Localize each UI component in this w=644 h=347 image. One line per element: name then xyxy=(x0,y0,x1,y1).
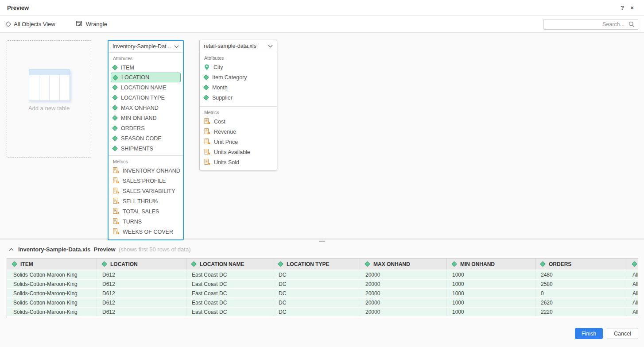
cell: East Coast DC xyxy=(186,270,273,279)
chevron-down-icon xyxy=(268,45,273,48)
attribute-item[interactable]: ORDERS xyxy=(109,123,183,133)
all-objects-view-label: All Objects View xyxy=(14,21,55,27)
cell: 20000 xyxy=(360,308,447,316)
attribute-icon xyxy=(203,74,209,80)
metric-item[interactable]: Cost xyxy=(200,116,277,127)
wrangle-label: Wrangle xyxy=(86,21,107,27)
metric-label: Units Available xyxy=(214,149,250,155)
column-header[interactable]: ORDERS xyxy=(535,258,627,270)
preview-header: Inventory-Sample-Data.xls Preview (shows… xyxy=(0,242,644,253)
table-row: Solids-Cotton-Maroon-KingD612East Coast … xyxy=(7,308,638,316)
dataset-dropdown-inventory[interactable]: Inventory-Sample-Dat... xyxy=(109,41,183,53)
metric-item[interactable]: WEEKS OF COVER xyxy=(109,227,183,237)
metrics-section-label: Metrics xyxy=(200,107,277,116)
metric-icon xyxy=(113,167,119,174)
cell: All xyxy=(627,289,638,297)
attribute-item[interactable]: LOCATION NAME xyxy=(109,82,183,93)
chevron-up-icon[interactable] xyxy=(9,248,14,251)
add-new-table-dropzone[interactable]: Add a new table xyxy=(7,40,91,158)
attribute-item[interactable]: SEASON CODE xyxy=(109,133,183,143)
attribute-item[interactable]: Item Category xyxy=(200,72,277,82)
cell: 1000 xyxy=(447,298,535,307)
metric-item[interactable]: Units Available xyxy=(200,147,277,157)
cell: 1000 xyxy=(447,270,535,279)
metric-label: WEEKS OF COVER xyxy=(123,229,173,235)
metric-label: SALES VARIABILITY xyxy=(123,188,175,194)
column-header[interactable] xyxy=(627,258,638,270)
attribute-icon xyxy=(203,95,209,100)
metrics-list: Metrics Cost Revenue Unit Price Units Av… xyxy=(200,107,277,170)
cell: 2580 xyxy=(535,280,627,288)
attribute-item[interactable]: Supplier xyxy=(200,93,277,103)
cell: All xyxy=(627,298,638,307)
dataset-panel-inventory: Inventory-Sample-Dat... Attributes ITEM … xyxy=(108,40,184,240)
attribute-icon xyxy=(203,85,209,90)
attribute-item[interactable]: SHIPMENTS xyxy=(109,143,183,154)
table-row: Solids-Cotton-Maroon-KingD612East Coast … xyxy=(7,289,638,297)
attribute-label: ORDERS xyxy=(121,125,144,131)
column-header[interactable]: LOCATION NAME xyxy=(186,258,273,270)
metric-item[interactable]: SELL THRU% xyxy=(109,196,183,206)
metric-item[interactable]: SALES PROFILE xyxy=(109,176,183,186)
attribute-icon xyxy=(112,95,118,100)
cell: All xyxy=(627,280,638,288)
attribute-label: ITEM xyxy=(121,65,134,71)
attribute-item[interactable]: ITEM xyxy=(109,62,183,73)
metric-item[interactable]: Units Sold xyxy=(200,157,277,167)
attribute-item-selected[interactable]: LOCATION xyxy=(111,73,181,82)
metric-item[interactable]: TOTAL SALES xyxy=(109,206,183,216)
add-table-label: Add a new table xyxy=(7,105,91,112)
page-title: Preview xyxy=(7,4,29,11)
metric-item[interactable]: SALES VARIABILITY xyxy=(109,186,183,196)
attributes-list: Attributes ITEM LOCATION LOCATION NAME L… xyxy=(109,53,183,155)
cell: D612 xyxy=(97,270,186,279)
search-input[interactable] xyxy=(543,19,638,30)
cell: 2620 xyxy=(535,298,627,307)
column-header[interactable]: MIN ONHAND xyxy=(447,258,535,270)
table-icon xyxy=(29,69,70,101)
column-header[interactable]: ITEM xyxy=(7,258,97,270)
column-header[interactable]: MAX ONHAND xyxy=(360,258,447,270)
wrangle-button[interactable]: Wrangle xyxy=(76,20,107,28)
cancel-button[interactable]: Cancel xyxy=(607,328,638,339)
attribute-icon xyxy=(278,261,283,267)
column-header[interactable]: LOCATION TYPE xyxy=(273,258,360,270)
metrics-list: Metrics INVENTORY ONHAND SALES PROFILE S… xyxy=(109,156,183,239)
diamond-outline-icon xyxy=(5,21,11,27)
metric-label: INVENTORY ONHAND xyxy=(123,168,180,174)
metric-item[interactable]: INVENTORY ONHAND xyxy=(109,166,183,176)
cell: DC xyxy=(273,280,360,288)
metric-icon xyxy=(204,118,210,125)
metric-item[interactable]: Revenue xyxy=(200,127,277,137)
attribute-item[interactable]: Month xyxy=(200,82,277,93)
attribute-label: LOCATION NAME xyxy=(121,85,167,91)
wrangle-icon xyxy=(76,20,82,28)
attributes-section-label: Attributes xyxy=(109,53,183,62)
metric-icon xyxy=(113,188,119,195)
panel-resize-handle[interactable] xyxy=(0,239,644,242)
metric-icon xyxy=(113,208,119,215)
cell: D612 xyxy=(97,298,186,307)
attribute-item[interactable]: LOCATION TYPE xyxy=(109,93,183,103)
attribute-item[interactable]: MIN ONHAND xyxy=(109,113,183,123)
dataset-title: retail-sample-data.xls xyxy=(204,43,256,49)
cell: 0 xyxy=(535,289,627,297)
attribute-item-geo[interactable]: City xyxy=(200,62,277,72)
attributes-list: Attributes City Item Category Month Supp… xyxy=(200,52,277,106)
table-row: Solids-Cotton-Maroon-KingD612East Coast … xyxy=(7,298,638,307)
metric-item[interactable]: Unit Price xyxy=(200,137,277,147)
metric-item[interactable]: TURNS xyxy=(109,216,183,227)
toolbar: All Objects View Wrangle xyxy=(0,16,644,33)
cell: DC xyxy=(273,298,360,307)
close-icon[interactable]: × xyxy=(627,4,637,11)
help-icon[interactable]: ? xyxy=(617,4,627,11)
attribute-item[interactable]: MAX ONHAND xyxy=(109,103,183,113)
cell: D612 xyxy=(97,289,186,297)
attribute-label: City xyxy=(213,64,223,70)
chevron-down-icon xyxy=(174,45,179,48)
dataset-dropdown-retail[interactable]: retail-sample-data.xls xyxy=(200,40,277,52)
finish-button[interactable]: Finish xyxy=(575,328,603,339)
column-header[interactable]: LOCATION xyxy=(97,258,186,270)
cell: 1000 xyxy=(447,308,535,316)
all-objects-view-button[interactable]: All Objects View xyxy=(6,21,55,27)
